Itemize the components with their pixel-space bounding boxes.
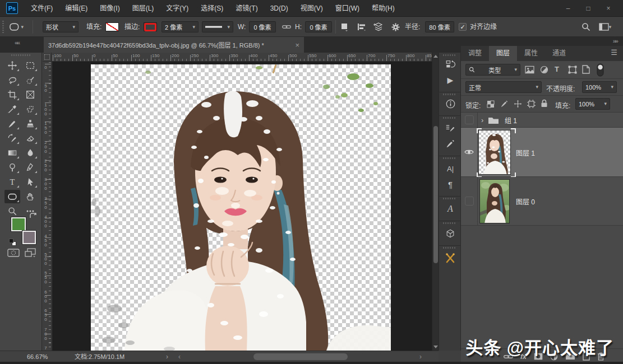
menu-view[interactable]: 视图(V) — [294, 0, 329, 17]
filter-toggle-switch[interactable] — [597, 63, 604, 77]
tab-properties[interactable]: 属性 — [517, 46, 545, 61]
character-panel-icon[interactable]: A| — [442, 161, 458, 176]
collapse-toolbar-button[interactable]: «« — [15, 39, 19, 46]
group-expand-chevron[interactable]: › — [481, 116, 483, 124]
status-options-chevron[interactable]: › — [166, 351, 168, 362]
paragraph-panel-icon[interactable]: ¶ — [442, 177, 458, 192]
history-panel-icon[interactable] — [442, 57, 458, 72]
stroke-style-select[interactable]: ▾ — [202, 21, 233, 32]
canvas-viewport[interactable] — [52, 62, 432, 351]
panel-menu-icon[interactable]: ☰ — [611, 48, 617, 57]
vertical-ruler[interactable]: 0501001502002503003504004505005506006507… — [43, 62, 52, 351]
visibility-toggle[interactable] — [461, 177, 478, 225]
screen-mode-button[interactable] — [25, 248, 36, 258]
close-button[interactable]: × — [598, 1, 619, 16]
tool-preset-button[interactable]: ▾ — [9, 20, 24, 34]
brushes-panel-icon[interactable] — [442, 137, 458, 151]
layer-filter-type-select[interactable]: 类型 ▾ — [465, 64, 520, 76]
menu-file[interactable]: 文件(F) — [25, 0, 59, 17]
scroll-down-arrow[interactable] — [433, 346, 438, 348]
quick-selection-tool-icon[interactable] — [22, 73, 38, 87]
type-tool-icon[interactable]: T — [4, 175, 20, 189]
actions-panel-icon[interactable]: ▶ — [442, 73, 458, 87]
layer-row-layer0[interactable]: 图层 0 — [461, 177, 623, 226]
width-input[interactable]: 0 像素 — [249, 21, 276, 32]
lasso-tool-icon[interactable] — [4, 73, 20, 87]
visibility-toggle[interactable] — [461, 128, 478, 176]
layer-row-layer1[interactable]: 图层 1 — [461, 128, 623, 177]
foreground-color-swatch[interactable] — [11, 217, 26, 231]
filter-adjustment-layers-icon[interactable] — [540, 66, 548, 74]
3d-panel-icon[interactable] — [442, 226, 458, 241]
stroke-width-select[interactable]: 2 像素 ▾ — [161, 21, 199, 32]
align-edges-checkbox[interactable]: ✓ — [459, 23, 467, 31]
zoom-tool-icon[interactable] — [4, 204, 20, 218]
layer-name[interactable]: 组 1 — [505, 115, 517, 125]
radius-input[interactable]: 80 像素 — [425, 21, 454, 32]
lock-transparency-icon[interactable] — [487, 100, 495, 108]
tab-channels[interactable]: 通道 — [545, 46, 573, 61]
fill-select[interactable]: 100% ▾ — [575, 98, 610, 110]
scroll-right-arrow[interactable]: › — [419, 351, 422, 362]
filter-shape-layers-icon[interactable] — [568, 66, 577, 74]
pen-tool-icon[interactable] — [22, 161, 38, 174]
tab-adjustments[interactable]: 调整 — [461, 46, 489, 61]
layer-thumbnail[interactable] — [479, 179, 510, 223]
layer-name[interactable]: 图层 1 — [516, 147, 535, 157]
dock-grip[interactable] — [443, 157, 456, 159]
filter-pixel-layers-icon[interactable] — [525, 66, 534, 74]
search-icon[interactable] — [579, 20, 593, 34]
dock-grip[interactable] — [443, 117, 456, 119]
marquee-tool-icon[interactable] — [22, 59, 38, 72]
filter-type-layers-icon[interactable]: T — [555, 65, 559, 73]
lock-artboard-icon[interactable] — [527, 100, 536, 108]
path-arrangement-button[interactable] — [371, 20, 386, 34]
default-colors-icon[interactable] — [9, 239, 16, 246]
document-tab[interactable]: 37d6db592b194e47bc40472f659bd3da_tplv-ob… — [44, 37, 304, 53]
extension-crossed-tools-icon[interactable] — [442, 251, 458, 265]
menu-help[interactable]: 帮助(H) — [366, 0, 401, 17]
layer-row-group[interactable]: › 组 1 — [461, 113, 623, 128]
eraser-tool-icon[interactable] — [22, 132, 38, 145]
background-color-swatch[interactable] — [22, 231, 36, 244]
vertical-scrollbar[interactable] — [432, 53, 439, 351]
scroll-left-arrow[interactable]: ‹ — [178, 351, 181, 362]
opacity-select[interactable]: 100% ▾ — [582, 81, 617, 93]
menu-type[interactable]: 文字(Y) — [160, 0, 195, 17]
toolbar-grip[interactable] — [11, 54, 30, 56]
eyedropper-tool-icon[interactable] — [4, 102, 20, 116]
filter-smart-objects-icon[interactable] — [582, 65, 590, 74]
document-image[interactable] — [91, 64, 391, 351]
dock-grip[interactable] — [443, 247, 456, 249]
link-dimensions-icon[interactable] — [279, 20, 294, 34]
brush-tool-icon[interactable] — [4, 117, 20, 130]
tab-close-icon[interactable]: × — [295, 41, 299, 49]
horizontal-ruler[interactable]: 1005005010015020025030035040045050055060… — [52, 53, 432, 62]
path-operations-button[interactable] — [338, 20, 352, 34]
dock-grip[interactable] — [443, 222, 456, 224]
patch-tool-icon[interactable] — [22, 102, 38, 116]
layer-thumbnail[interactable] — [478, 130, 511, 175]
lock-pixels-icon[interactable] — [500, 100, 509, 108]
ruler-origin-corner[interactable] — [43, 53, 52, 62]
blur-tool-icon[interactable] — [22, 146, 38, 160]
crop-tool-icon[interactable] — [4, 88, 20, 101]
tab-layers[interactable]: 图层 — [489, 46, 517, 61]
swap-colors-icon[interactable] — [29, 213, 37, 220]
hand-tool-icon[interactable] — [22, 190, 38, 203]
tool-mode-select[interactable]: 形状 ▾ — [43, 21, 79, 32]
glyphs-panel-icon[interactable]: A — [442, 202, 458, 216]
gradient-tool-icon[interactable] — [4, 146, 20, 160]
minimize-button[interactable]: – — [558, 1, 578, 16]
zoom-level-field[interactable]: 66.67% — [27, 351, 48, 362]
menu-select[interactable]: 选择(S) — [195, 0, 229, 17]
blend-mode-select[interactable]: 正常 ▾ — [465, 81, 542, 93]
menu-image[interactable]: 图像(I) — [94, 0, 126, 17]
shape-settings-gear-button[interactable] — [388, 20, 403, 34]
lock-position-icon[interactable] — [514, 100, 522, 108]
menu-filter[interactable]: 滤镜(T) — [229, 0, 264, 17]
menu-edit[interactable]: 编辑(E) — [59, 0, 94, 17]
workspace-switcher-button[interactable]: ▾ — [596, 20, 615, 34]
options-grip[interactable] — [2, 21, 4, 33]
menu-window[interactable]: 窗口(W) — [329, 0, 366, 17]
